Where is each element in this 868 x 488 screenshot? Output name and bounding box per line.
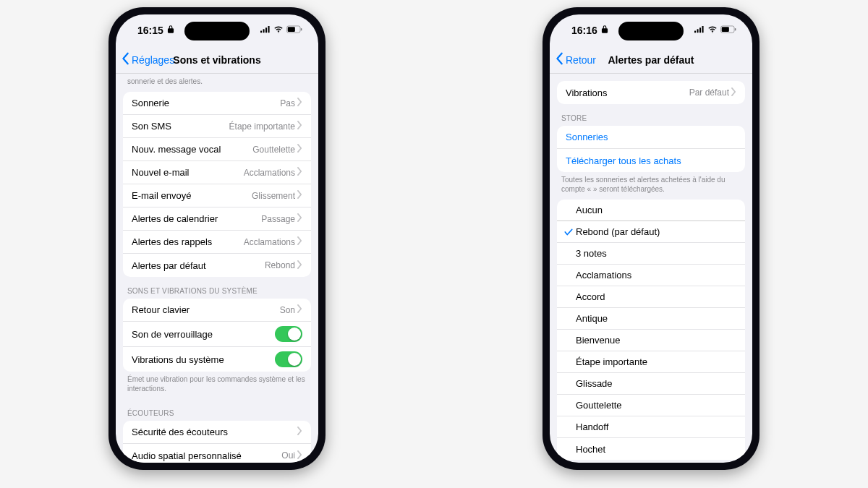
row-label: Sécurité des écouteurs bbox=[132, 427, 297, 437]
row-label: Alertes par défaut bbox=[132, 260, 265, 271]
row-value: Par défaut bbox=[689, 87, 729, 98]
row-label: Sonnerie bbox=[132, 98, 280, 108]
row-label: Audio spatial personnalisé bbox=[132, 450, 281, 461]
row-label: Vibrations du système bbox=[132, 354, 275, 365]
nav-bar: Réglages Sons et vibrations bbox=[116, 46, 318, 74]
section-footer: Toutes les sonneries et alertes achetées… bbox=[550, 172, 752, 200]
row-spatial-audio[interactable]: Audio spatial personnalisé Oui bbox=[123, 444, 311, 463]
row-sound-option[interactable]: Aucun bbox=[557, 200, 745, 221]
wifi-icon bbox=[707, 25, 718, 37]
row-label: Aucun bbox=[576, 205, 736, 215]
row-label: E-mail envoyé bbox=[132, 190, 252, 201]
phone-left: 16:15 Réglages Sons et vibrations sonner… bbox=[109, 7, 326, 470]
row-sound-option[interactable]: Hochet bbox=[557, 438, 745, 460]
row-label: Son de verrouillage bbox=[132, 329, 275, 340]
row-system-vibration[interactable]: Vibrations du système bbox=[123, 347, 311, 372]
screen-right: 16:16 Retour Alertes par défaut bbox=[550, 14, 752, 463]
svg-rect-6 bbox=[288, 27, 295, 32]
row-value: Oui bbox=[281, 450, 295, 461]
row-label: Accord bbox=[576, 291, 736, 302]
svg-rect-9 bbox=[697, 29, 699, 33]
back-button[interactable]: Réglages bbox=[122, 52, 174, 67]
row-label: Antique bbox=[576, 313, 736, 324]
back-button[interactable]: Retour bbox=[556, 52, 596, 67]
row-sound-setting[interactable]: Nouvel e-mailAcclamations bbox=[123, 161, 311, 184]
status-time: 16:15 bbox=[137, 25, 163, 36]
chevron-right-icon bbox=[297, 144, 302, 155]
row-sound-option[interactable]: 3 notes bbox=[557, 243, 745, 265]
row-sound-setting[interactable]: Alertes de calendrierPassage bbox=[123, 207, 311, 231]
row-sound-setting[interactable]: SonneriePas bbox=[123, 92, 311, 115]
row-sound-setting[interactable]: Nouv. message vocalGouttelette bbox=[123, 138, 311, 161]
row-label: Hochet bbox=[576, 444, 736, 455]
row-sound-option[interactable]: Accord bbox=[557, 286, 745, 308]
chevron-right-icon bbox=[297, 260, 302, 271]
chevron-right-icon bbox=[297, 304, 302, 315]
chevron-right-icon bbox=[297, 190, 302, 201]
checkmark-icon bbox=[561, 227, 576, 237]
section-footer: sonnerie et des alertes. bbox=[116, 74, 318, 92]
row-sound-setting[interactable]: Alertes par défautRebond bbox=[123, 254, 311, 277]
row-keyboard-feedback[interactable]: Retour clavier Son bbox=[123, 299, 311, 322]
phone-right: 16:16 Retour Alertes par défaut bbox=[542, 7, 760, 470]
svg-rect-3 bbox=[268, 26, 270, 33]
row-sound-setting[interactable]: Alertes des rappelsAcclamations bbox=[123, 231, 311, 254]
chevron-right-icon bbox=[297, 236, 302, 247]
chevron-left-icon bbox=[122, 52, 130, 67]
section-footer: Émet une vibration pour les commandes sy… bbox=[116, 372, 318, 399]
row-store-ringtones[interactable]: Sonneries bbox=[557, 126, 745, 149]
row-value: Passage bbox=[261, 214, 295, 224]
row-headphone-safety[interactable]: Sécurité des écouteurs bbox=[123, 421, 311, 444]
row-sound-option[interactable]: Bienvenue bbox=[557, 330, 745, 351]
row-label: Son SMS bbox=[132, 121, 229, 132]
svg-rect-7 bbox=[301, 28, 302, 30]
row-label: Acclamations bbox=[576, 270, 736, 281]
row-label: Bienvenue bbox=[576, 335, 736, 346]
row-vibration[interactable]: Vibrations Par défaut bbox=[557, 81, 745, 104]
svg-rect-11 bbox=[702, 26, 704, 33]
toggle-system-vibration[interactable] bbox=[275, 351, 302, 367]
status-time: 16:16 bbox=[571, 25, 597, 36]
row-sound-option[interactable]: Glissade bbox=[557, 373, 745, 395]
row-sound-option[interactable]: Antique bbox=[557, 308, 745, 330]
nav-bar: Retour Alertes par défaut bbox=[550, 46, 752, 74]
svg-point-4 bbox=[278, 32, 278, 33]
svg-rect-14 bbox=[722, 27, 729, 32]
row-label: Nouvel e-mail bbox=[132, 167, 244, 178]
row-sound-option[interactable]: Acclamations bbox=[557, 265, 745, 286]
page-title: Sons et vibrations bbox=[173, 54, 260, 66]
chevron-right-icon bbox=[297, 427, 302, 437]
row-value: Gouttelette bbox=[252, 145, 295, 155]
row-label: Alertes des rappels bbox=[132, 236, 244, 247]
content-right[interactable]: Vibrations Par défaut Store Sonneries Té… bbox=[550, 74, 752, 463]
toggle-lock-sound[interactable] bbox=[275, 326, 302, 342]
vibration-group: Vibrations Par défaut bbox=[557, 81, 745, 104]
row-sound-setting[interactable]: Son SMSÉtape importante bbox=[123, 115, 311, 138]
row-label: Nouv. message vocal bbox=[132, 144, 252, 155]
signal-icon bbox=[694, 25, 705, 37]
row-label: Gouttelette bbox=[576, 400, 736, 411]
svg-rect-2 bbox=[265, 27, 267, 33]
row-link-label: Sonneries bbox=[566, 132, 736, 142]
section-header-earphones: Écouteurs bbox=[116, 399, 318, 421]
row-sound-option[interactable]: Gouttelette bbox=[557, 395, 745, 416]
sound-settings-group: SonneriePasSon SMSÉtape importanteNouv. … bbox=[123, 92, 311, 277]
content-left[interactable]: sonnerie et des alertes. SonneriePasSon … bbox=[116, 74, 318, 463]
system-group: Retour clavier Son Son de verrouillage V… bbox=[123, 299, 311, 372]
row-sound-option[interactable]: Étape importante bbox=[557, 351, 745, 373]
svg-point-12 bbox=[712, 32, 712, 33]
row-sound-option[interactable]: Handoff bbox=[557, 416, 745, 438]
row-store-download[interactable]: Télécharger tous les achats bbox=[557, 149, 745, 172]
row-lock-sound[interactable]: Son de verrouillage bbox=[123, 322, 311, 347]
back-label: Retour bbox=[566, 54, 596, 66]
row-value: Son bbox=[280, 305, 295, 315]
chevron-right-icon bbox=[297, 121, 302, 132]
chevron-right-icon bbox=[297, 167, 302, 178]
store-group: Sonneries Télécharger tous les achats bbox=[557, 126, 745, 172]
battery-icon bbox=[286, 25, 302, 36]
row-sound-option[interactable]: Rebond (par défaut) bbox=[557, 221, 745, 243]
chevron-left-icon bbox=[556, 52, 564, 67]
row-sound-setting[interactable]: E-mail envoyéGlissement bbox=[123, 184, 311, 207]
sound-picker-group: AucunRebond (par défaut)3 notesAcclamati… bbox=[557, 200, 745, 460]
row-label: Alertes de calendrier bbox=[132, 213, 261, 224]
